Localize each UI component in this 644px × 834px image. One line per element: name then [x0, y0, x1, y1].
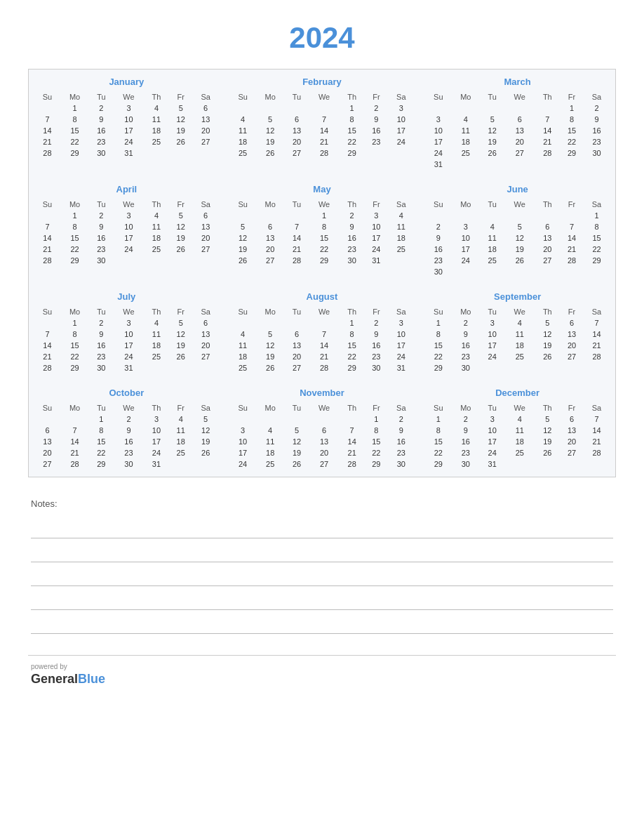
day-cell [230, 413, 256, 425]
day-cell: 4 [144, 210, 168, 221]
day-cell: 20 [193, 125, 219, 136]
month-table: SuMoTuWeThFrSa12345678910111213141516171… [230, 402, 415, 470]
day-cell [560, 362, 584, 373]
day-cell: 18 [451, 136, 480, 147]
week-row: 45678910 [230, 329, 415, 340]
day-cell: 26 [230, 255, 256, 266]
day-cell: 16 [451, 436, 480, 447]
day-cell: 20 [535, 244, 560, 255]
day-cell: 31 [480, 458, 504, 470]
day-cell: 22 [60, 351, 89, 362]
notes-line[interactable] [31, 611, 613, 634]
notes-label: Notes: [31, 498, 613, 509]
day-cell: 17 [114, 340, 145, 351]
day-cell: 19 [535, 436, 560, 447]
week-row: 2728293031 [34, 458, 219, 470]
day-cell: 6 [560, 413, 584, 425]
day-cell: 29 [340, 147, 364, 159]
day-cell: 28 [34, 362, 60, 373]
day-cell: 26 [504, 255, 535, 266]
month-table: SuMoTuWeThFrSa12345678910111213141516171… [425, 199, 610, 277]
day-cell: 7 [584, 317, 610, 329]
month-block-march: MarchSuMoTuWeThFrSa123456789101112131415… [420, 70, 615, 177]
month-block-may: MaySuMoTuWeThFrSa12345678910111213141516… [224, 177, 420, 284]
month-table: SuMoTuWeThFrSa12345678910111213141516171… [425, 91, 610, 170]
month-block-february: FebruarySuMoTuWeThFrSa123456789101112131… [224, 70, 420, 177]
notes-line[interactable] [31, 540, 613, 562]
day-header: Th [340, 306, 364, 317]
day-header: Tu [89, 199, 113, 210]
day-header: Sa [388, 402, 414, 413]
day-header: We [309, 91, 340, 102]
day-cell: 18 [504, 340, 535, 351]
day-cell [584, 159, 610, 170]
day-cell: 19 [169, 125, 193, 136]
day-cell [34, 413, 60, 425]
day-cell: 22 [584, 244, 610, 255]
day-header: Sa [388, 91, 414, 102]
day-cell: 1 [60, 317, 89, 329]
day-cell: 8 [364, 425, 388, 436]
day-cell: 3 [144, 413, 168, 425]
month-name: July [34, 291, 219, 302]
day-cell: 16 [425, 244, 451, 255]
day-cell: 8 [60, 221, 89, 232]
day-cell: 17 [480, 340, 504, 351]
day-cell: 13 [193, 114, 219, 125]
month-table: SuMoTuWeThFrSa12345678910111213141516171… [34, 306, 219, 373]
day-cell: 13 [193, 329, 219, 340]
day-cell: 23 [89, 136, 113, 147]
day-cell: 22 [560, 136, 584, 147]
day-cell: 20 [560, 436, 584, 447]
day-cell: 3 [480, 317, 504, 329]
notes-line[interactable] [31, 564, 613, 586]
day-cell [169, 147, 193, 159]
day-cell: 28 [584, 447, 610, 458]
day-cell [193, 362, 219, 373]
week-row: 20212223242526 [34, 447, 219, 458]
week-row: 262728293031 [230, 255, 415, 266]
notes-line[interactable] [31, 588, 613, 610]
notes-line[interactable] [31, 516, 613, 538]
day-cell: 5 [535, 317, 560, 329]
day-header: Su [230, 306, 256, 317]
day-header: Tu [285, 199, 309, 210]
month-block-june: JuneSuMoTuWeThFrSa1234567891011121314151… [420, 177, 615, 284]
day-cell: 4 [230, 114, 256, 125]
day-header: Mo [60, 91, 89, 102]
day-cell: 15 [340, 340, 364, 351]
day-cell: 19 [169, 340, 193, 351]
day-cell: 4 [169, 413, 193, 425]
day-header: We [504, 199, 535, 210]
day-cell: 12 [535, 425, 560, 436]
day-cell [504, 102, 535, 114]
day-cell [309, 102, 340, 114]
day-cell: 22 [364, 447, 388, 458]
day-header: Tu [480, 91, 504, 102]
day-cell: 27 [285, 362, 309, 373]
day-cell [480, 159, 504, 170]
day-cell: 25 [480, 255, 504, 266]
day-cell: 26 [169, 351, 193, 362]
month-block-october: OctoberSuMoTuWeThFrSa1234567891011121314… [29, 380, 224, 477]
day-cell: 24 [114, 351, 145, 362]
day-cell: 9 [89, 114, 113, 125]
day-cell: 13 [309, 436, 340, 447]
month-block-august: AugustSuMoTuWeThFrSa12345678910111213141… [224, 284, 420, 380]
day-cell: 31 [364, 255, 388, 266]
day-cell: 14 [34, 340, 60, 351]
day-cell: 26 [193, 447, 219, 458]
day-cell: 21 [535, 136, 560, 147]
day-cell: 4 [388, 210, 414, 221]
day-cell: 27 [193, 136, 219, 147]
day-header: Th [144, 306, 168, 317]
day-cell: 30 [89, 255, 113, 266]
day-cell: 16 [364, 340, 388, 351]
day-cell: 28 [285, 255, 309, 266]
day-cell: 27 [193, 351, 219, 362]
brand-name: GeneralBlue [31, 672, 613, 687]
day-cell: 20 [504, 136, 535, 147]
day-header: Sa [193, 199, 219, 210]
day-cell: 17 [388, 340, 414, 351]
day-cell: 7 [285, 221, 309, 232]
